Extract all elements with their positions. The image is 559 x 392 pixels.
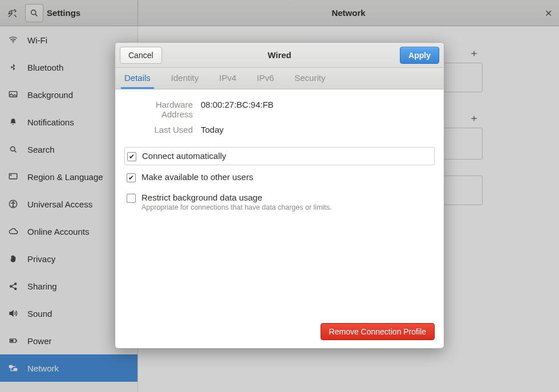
dialog-tabs: Details Identity IPv4 IPv6 Security	[115, 68, 444, 89]
hardware-address-value: 08:00:27:BC:94:FB	[201, 100, 274, 119]
cancel-button[interactable]: Cancel	[120, 47, 162, 64]
restrict-background-label: Restrict background data usage	[141, 193, 332, 202]
connect-automatically-label: Connect automatically	[142, 151, 226, 161]
connection-dialog: Cancel Wired Apply Details Identity IPv4…	[115, 42, 444, 349]
restrict-background-sublabel: Appropriate for connections that have da…	[141, 203, 332, 211]
remove-connection-button[interactable]: Remove Connection Profile	[321, 323, 435, 340]
apply-button[interactable]: Apply	[400, 47, 439, 64]
tab-details[interactable]: Details	[121, 68, 154, 89]
restrict-background-row[interactable]: Restrict background data usage Appropria…	[124, 189, 435, 215]
available-other-users-checkbox[interactable]	[127, 173, 136, 182]
tab-ipv4[interactable]: IPv4	[216, 68, 240, 89]
tab-identity[interactable]: Identity	[168, 68, 202, 89]
last-used-value: Today	[201, 125, 224, 134]
dialog-title: Wired	[115, 50, 444, 60]
restrict-background-checkbox[interactable]	[127, 194, 136, 203]
connect-automatically-row[interactable]: Connect automatically	[124, 147, 435, 165]
tab-ipv6[interactable]: IPv6	[253, 68, 277, 89]
tab-security[interactable]: Security	[291, 68, 329, 89]
available-other-users-row[interactable]: Make available to other users	[124, 169, 435, 186]
available-other-users-label: Make available to other users	[141, 172, 253, 182]
connect-automatically-checkbox[interactable]	[127, 152, 136, 161]
hardware-address-label: Hardware Address	[124, 100, 193, 119]
last-used-label: Last Used	[124, 125, 193, 134]
